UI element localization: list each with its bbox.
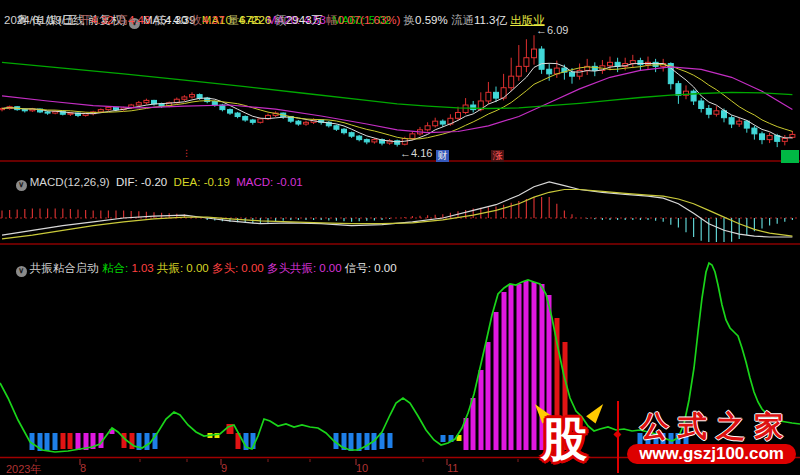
- x-axis-label: 2023年: [6, 462, 41, 475]
- x-axis-label: 10: [356, 462, 368, 474]
- text-segment: DIF: -0.20: [116, 176, 174, 188]
- text-segment: 开: [79, 14, 91, 26]
- watermark-text-block: 公式之家 www.gszj100.com: [627, 410, 796, 464]
- text-segment: 额: [274, 14, 286, 26]
- text-segment: 1.03: [131, 262, 157, 274]
- text-segment: 67226: [239, 14, 274, 26]
- text-segment: 4.43: [128, 14, 154, 26]
- text-segment: 量: [228, 14, 240, 26]
- header-line2: 2024/01/19/五 开4.32 高4.43 低4.30 收4.37 量67…: [4, 14, 545, 26]
- text-segment: 低: [154, 14, 166, 26]
- text-segment: MACD(12,26,9): [30, 176, 116, 188]
- indicator-label-row: ∨共振粘合启动 粘合: 1.03 共振: 0.00 多头: 0.00 多头共振:…: [3, 250, 397, 289]
- watermark-divider: ◆: [617, 401, 619, 473]
- text-segment: 多头共振: 0.00: [267, 262, 345, 274]
- stock-app-screen: 粤 传 媒(日线 前复权)∨MA5: 4.39 MA10: 4.45 MA20:…: [0, 0, 800, 475]
- site-name: 公式之家: [631, 410, 792, 442]
- text-segment: 0.59%: [415, 14, 451, 26]
- macd-values: MACD(12,26,9) DIF: -0.20 DEA: -0.19 MACD…: [30, 176, 303, 188]
- text-segment: 4.37: [202, 14, 228, 26]
- text-segment: 高: [117, 14, 129, 26]
- collapse-icon[interactable]: ∨: [16, 266, 27, 277]
- green-tag[interactable]: [781, 150, 799, 163]
- text-segment: 换: [404, 14, 416, 26]
- text-segment: 共振粘合启动: [30, 262, 102, 274]
- site-url: www.gszj100.com: [627, 444, 796, 464]
- x-axis-label: 8: [80, 462, 86, 474]
- text-segment: 0.07(1.63%): [338, 14, 404, 26]
- x-axis-label: 11: [447, 462, 458, 474]
- text-segment: 2024/01/19/五: [4, 14, 79, 26]
- indicator-values: 共振粘合启动 粘合: 1.03 共振: 0.00 多头: 0.00 多头共振: …: [30, 262, 397, 274]
- text-segment: 4.30: [165, 14, 191, 26]
- text-segment: 多头: 0.00: [212, 262, 267, 274]
- text-segment: 4.32: [91, 14, 117, 26]
- divider-event-mark: ⋮: [182, 149, 191, 158]
- text-segment: 信号: 0.00: [345, 262, 397, 274]
- watermark: 股 ◆ 公式之家 www.gszj100.com: [533, 401, 796, 473]
- logo-character: 股: [541, 414, 587, 464]
- ma-lines-layer: [2, 62, 792, 142]
- macd-label-row: ∨MACD(12,26,9) DIF: -0.20 DEA: -0.19 MAC…: [3, 164, 303, 203]
- x-axis-label: 9: [221, 462, 227, 474]
- bull-logo-icon: 股: [533, 404, 609, 470]
- horn-icon: [586, 400, 608, 423]
- text-segment: 11.3亿: [474, 14, 510, 26]
- text-segment: 2943万: [286, 14, 326, 26]
- high-price-label: ←6.09: [536, 24, 568, 36]
- diamond-icon: ◆: [613, 429, 623, 439]
- news-marker-zhang[interactable]: 涨: [491, 150, 504, 162]
- text-segment: DEA: -0.19: [174, 176, 237, 188]
- collapse-icon[interactable]: ∨: [16, 180, 27, 191]
- news-marker-cai[interactable]: 财: [436, 150, 449, 162]
- x-axis-ticks: [36, 459, 552, 465]
- text-segment: 共振: 0.00: [157, 262, 212, 274]
- text-segment: 收: [191, 14, 203, 26]
- text-segment: 粘合:: [102, 262, 131, 274]
- low-price-label: ←4.16: [400, 147, 432, 159]
- text-segment: 流通: [451, 14, 474, 26]
- text-segment: MACD: -0.01: [236, 176, 302, 188]
- text-segment: 幅: [326, 14, 338, 26]
